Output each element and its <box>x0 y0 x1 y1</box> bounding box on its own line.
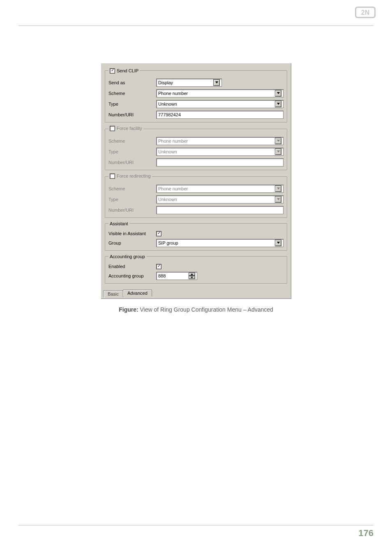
number-uri-value: 777982424 <box>158 112 181 117</box>
dropdown-button-icon[interactable] <box>275 101 281 107</box>
assistant-group-label: Group <box>108 240 156 245</box>
accounting-group-spinner[interactable]: 888 <box>156 272 197 280</box>
tab-advanced[interactable]: Advanced <box>123 289 152 296</box>
scheme-value: Phone number <box>158 91 188 96</box>
dropdown-button-icon <box>275 138 281 144</box>
send-as-label: Send as <box>108 80 156 85</box>
tab-basic[interactable]: Basic <box>103 290 123 297</box>
number-uri-label: Number/URI <box>108 112 156 117</box>
scheme-dropdown[interactable]: Phone number <box>156 89 284 97</box>
footer-divider <box>18 525 374 525</box>
accounting-group-label: Accounting group <box>108 273 156 278</box>
assistant-group-value: SIP group <box>158 240 178 245</box>
ff-number-label: Number/URI <box>108 160 156 165</box>
fr-scheme-dropdown: Phone number <box>156 185 284 193</box>
assistant-group-dropdown[interactable]: SIP group <box>156 239 284 247</box>
svg-marker-7 <box>277 150 280 153</box>
figure-caption-text: View of Ring Group Configuration Menu – … <box>138 306 273 313</box>
dropdown-button-icon[interactable] <box>213 79 220 86</box>
send-clip-group: Send CLIP Send as Display Scheme Phone n… <box>105 68 287 123</box>
svg-marker-5 <box>277 103 280 105</box>
accounting-group: Accounting group Enabled Accounting grou… <box>105 254 287 284</box>
spinner-down-icon[interactable] <box>189 276 195 279</box>
dropdown-button-icon <box>275 196 281 203</box>
ff-type-value: Unknown <box>158 149 177 154</box>
fr-number-input <box>156 206 284 214</box>
page-footer: 176 <box>18 525 374 539</box>
fr-scheme-label: Scheme <box>108 186 156 191</box>
assistant-group: Assistant Visible in Assistant Group SIP… <box>105 221 287 251</box>
header-divider <box>18 25 374 26</box>
fr-type-dropdown: Unknown <box>156 195 284 204</box>
svg-marker-4 <box>277 92 280 94</box>
svg-marker-8 <box>277 187 280 190</box>
ff-scheme-value: Phone number <box>158 139 188 143</box>
type-dropdown[interactable]: Unknown <box>156 100 284 108</box>
fr-number-label: Number/URI <box>108 208 156 213</box>
svg-marker-12 <box>191 277 193 278</box>
page-number: 176 <box>18 528 374 539</box>
accounting-enabled-checkbox[interactable] <box>156 264 161 269</box>
force-redirecting-checkbox[interactable] <box>110 173 115 179</box>
send-as-dropdown[interactable]: Display <box>156 79 222 87</box>
force-redirecting-group: Force redirecting Scheme Phone number Ty… <box>105 173 287 218</box>
dropdown-button-icon[interactable] <box>275 90 281 97</box>
fr-scheme-value: Phone number <box>158 186 188 191</box>
force-redirecting-legend: Force redirecting <box>117 173 151 178</box>
accounting-legend: Accounting group <box>108 254 146 259</box>
svg-marker-11 <box>191 273 193 275</box>
config-dialog-screenshot: Send CLIP Send as Display Scheme Phone n… <box>101 63 291 299</box>
spinner-up-icon[interactable] <box>189 273 195 276</box>
svg-marker-9 <box>277 198 280 200</box>
type-value: Unknown <box>158 102 177 106</box>
force-facility-group: Force facility Scheme Phone number Type … <box>105 126 287 170</box>
spinner-buttons[interactable] <box>189 273 195 279</box>
svg-marker-3 <box>215 81 218 83</box>
fr-type-label: Type <box>108 197 156 202</box>
svg-text:2N: 2N <box>361 9 369 16</box>
ff-type-dropdown: Unknown <box>156 148 284 156</box>
svg-marker-6 <box>277 140 280 142</box>
document-page: 2N Send CLIP Send as Display <box>0 0 392 555</box>
send-as-value: Display <box>158 80 173 85</box>
scheme-label: Scheme <box>108 91 156 96</box>
fr-type-value: Unknown <box>158 197 177 202</box>
number-uri-input[interactable]: 777982424 <box>156 111 284 119</box>
ff-scheme-dropdown: Phone number <box>156 137 284 145</box>
brand-logo-2n: 2N <box>355 7 376 18</box>
accounting-group-value: 888 <box>158 273 166 278</box>
ff-number-input <box>156 158 284 166</box>
dropdown-button-icon <box>275 185 281 192</box>
svg-marker-10 <box>277 242 280 244</box>
send-clip-checkbox[interactable] <box>110 68 115 74</box>
tab-bar: Basic Advanced <box>103 289 291 296</box>
type-label: Type <box>108 102 156 106</box>
visible-in-assistant-label: Visible in Assistant <box>108 231 156 236</box>
ff-type-label: Type <box>108 149 156 154</box>
dropdown-button-icon[interactable] <box>275 240 281 246</box>
force-facility-checkbox[interactable] <box>110 126 115 131</box>
send-clip-legend: Send CLIP <box>117 68 138 73</box>
force-facility-legend: Force facility <box>117 126 142 131</box>
visible-in-assistant-checkbox[interactable] <box>156 231 161 236</box>
accounting-enabled-label: Enabled <box>108 264 156 269</box>
ff-scheme-label: Scheme <box>108 139 156 143</box>
assistant-legend: Assistant <box>108 221 129 226</box>
figure-caption-label: Figure: <box>119 306 138 313</box>
dropdown-button-icon <box>275 148 281 155</box>
figure-caption: Figure: View of Ring Group Configuration… <box>18 306 374 313</box>
